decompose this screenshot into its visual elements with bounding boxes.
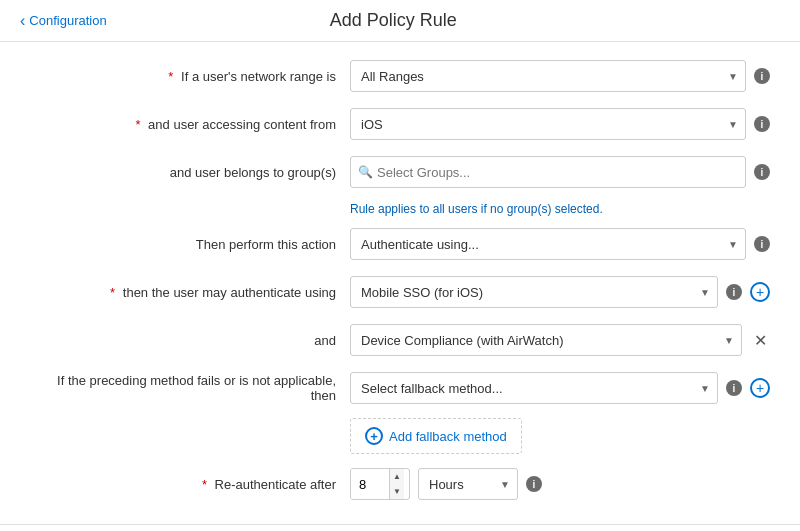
compliance-field: Device Compliance (with AirWatch) ▼ ✕ (350, 324, 770, 356)
auth-select-wrapper: Mobile SSO (for iOS) ▼ (350, 276, 718, 308)
add-fallback-icon[interactable]: + (750, 378, 770, 398)
network-range-field: All Ranges ▼ i (350, 60, 770, 92)
group-search-input[interactable] (350, 156, 746, 188)
add-fallback-section: + Add fallback method (350, 418, 770, 454)
group-hint: Rule applies to all users if no group(s)… (350, 202, 770, 216)
add-auth-icon[interactable]: + (750, 282, 770, 302)
fallback-label: If the preceding method fails or is not … (30, 373, 350, 403)
footer: Cancel Save (0, 524, 800, 531)
network-range-label: * If a user's network range is (30, 69, 350, 84)
fallback-field: Select fallback method... ▼ i + (350, 372, 770, 404)
back-link[interactable]: Configuration (20, 12, 107, 30)
and-label: and (30, 333, 350, 348)
action-select[interactable]: Authenticate using... (350, 228, 746, 260)
content-from-select-wrapper: iOS ▼ (350, 108, 746, 140)
network-range-info-icon[interactable]: i (754, 68, 770, 84)
compliance-row: and Device Compliance (with AirWatch) ▼ … (30, 322, 770, 358)
auth-row: * then the user may authenticate using M… (30, 274, 770, 310)
group-label: and user belongs to group(s) (30, 165, 350, 180)
required-star-3: * (110, 285, 115, 300)
group-row: and user belongs to group(s) 🔍 i (30, 154, 770, 190)
fallback-select[interactable]: Select fallback method... (350, 372, 718, 404)
action-select-wrapper: Authenticate using... ▼ (350, 228, 746, 260)
required-star: * (168, 69, 173, 84)
reauth-label: * Re-authenticate after (30, 477, 350, 492)
page-title: Add Policy Rule (107, 10, 680, 31)
reauth-row: * Re-authenticate after ▲ ▼ Hours Days M… (30, 466, 770, 502)
network-range-select[interactable]: All Ranges (350, 60, 746, 92)
auth-field: Mobile SSO (for iOS) ▼ i + (350, 276, 770, 308)
network-range-row: * If a user's network range is All Range… (30, 58, 770, 94)
form-content: * If a user's network range is All Range… (0, 42, 800, 531)
fallback-row: If the preceding method fails or is not … (30, 370, 770, 406)
add-fallback-plus-icon: + (365, 427, 383, 445)
action-row: Then perform this action Authenticate us… (30, 226, 770, 262)
group-field: 🔍 i (350, 156, 770, 188)
reauth-field: ▲ ▼ Hours Days Minutes ▼ i (350, 468, 770, 500)
auth-label: * then the user may authenticate using (30, 285, 350, 300)
reauth-number-wrapper: ▲ ▼ (350, 468, 410, 500)
required-star-4: * (202, 477, 207, 492)
action-field: Authenticate using... ▼ i (350, 228, 770, 260)
header: Configuration Add Policy Rule (0, 0, 800, 42)
content-from-label: * and user accessing content from (30, 117, 350, 132)
compliance-select-wrapper: Device Compliance (with AirWatch) ▼ (350, 324, 742, 356)
fallback-info-icon[interactable]: i (726, 380, 742, 396)
reauth-info-icon[interactable]: i (526, 476, 542, 492)
compliance-select[interactable]: Device Compliance (with AirWatch) (350, 324, 742, 356)
reauth-unit-wrapper: Hours Days Minutes ▼ (418, 468, 518, 500)
group-search-wrapper: 🔍 (350, 156, 746, 188)
action-info-icon[interactable]: i (754, 236, 770, 252)
content-from-info-icon[interactable]: i (754, 116, 770, 132)
add-fallback-button[interactable]: + Add fallback method (350, 418, 522, 454)
content-from-select[interactable]: iOS (350, 108, 746, 140)
number-spinners: ▲ ▼ (389, 469, 404, 499)
search-icon: 🔍 (358, 165, 373, 179)
spinner-down[interactable]: ▼ (390, 484, 404, 499)
action-label: Then perform this action (30, 237, 350, 252)
fallback-select-wrapper: Select fallback method... ▼ (350, 372, 718, 404)
content-from-field: iOS ▼ i (350, 108, 770, 140)
back-label: Configuration (29, 13, 106, 28)
add-fallback-label: Add fallback method (389, 429, 507, 444)
network-range-select-wrapper: All Ranges ▼ (350, 60, 746, 92)
group-info-icon[interactable]: i (754, 164, 770, 180)
auth-select[interactable]: Mobile SSO (for iOS) (350, 276, 718, 308)
reauth-unit-select[interactable]: Hours Days Minutes (418, 468, 518, 500)
close-icon[interactable]: ✕ (750, 330, 770, 350)
required-star-2: * (135, 117, 140, 132)
content-from-row: * and user accessing content from iOS ▼ … (30, 106, 770, 142)
reauth-number-input[interactable] (351, 469, 389, 499)
page-wrapper: Configuration Add Policy Rule * If a use… (0, 0, 800, 531)
spinner-up[interactable]: ▲ (390, 469, 404, 484)
auth-info-icon[interactable]: i (726, 284, 742, 300)
